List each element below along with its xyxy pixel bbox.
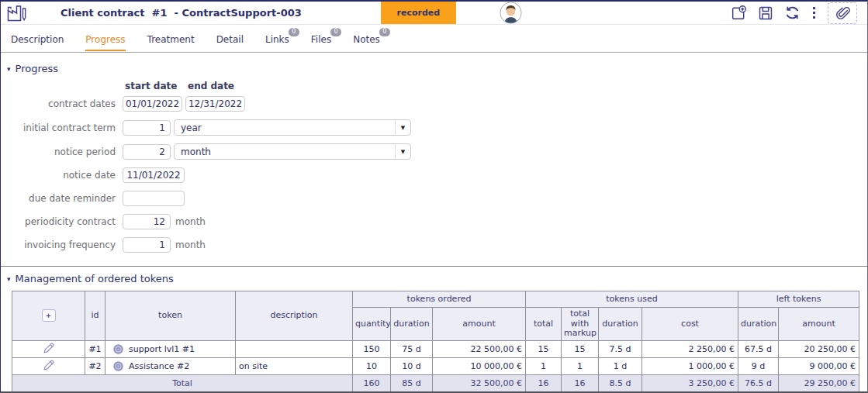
- add-token-button[interactable]: +: [42, 309, 56, 322]
- col-header-duration-ordered: duration: [391, 308, 433, 341]
- contract-end-date-field[interactable]: [185, 96, 245, 112]
- add-document-icon[interactable]: [731, 5, 747, 21]
- tokens-section-header[interactable]: ▾ Management of ordered tokens: [7, 273, 867, 284]
- token-cost: 2 250,00 €: [642, 340, 738, 357]
- user-avatar: [500, 2, 522, 24]
- col-header-amount-left: amount: [779, 308, 859, 341]
- initial-contract-term-row: initial contract term year ▼: [1, 119, 867, 136]
- due-date-reminder-label: due date reminder: [1, 193, 116, 204]
- progress-form: start date end date contract dates initi…: [1, 81, 867, 253]
- tokens-table: + id token description tokens ordered to…: [12, 291, 859, 392]
- tab-files[interactable]: Files0: [311, 34, 331, 50]
- start-date-header: start date: [125, 81, 188, 91]
- totals-row: Total 160 85 d 32 500,00 € 16 16 8.5 d 3…: [12, 374, 859, 391]
- page-title: Client contract #1 - ContractSupport-003: [61, 7, 302, 19]
- total-label: Total: [12, 374, 353, 391]
- invoicing-frequency-field[interactable]: [123, 237, 171, 253]
- periodicity-contract-field[interactable]: [123, 214, 171, 229]
- token-duration-ordered: 10 d: [391, 357, 433, 374]
- token-duration-left: 67.5 d: [738, 340, 779, 357]
- attachment-dropzone[interactable]: [828, 2, 857, 24]
- tab-detail[interactable]: Detail: [216, 34, 244, 50]
- status-badge: recorded: [381, 2, 456, 24]
- dropdown-arrow-icon: ▼: [395, 144, 410, 159]
- initial-contract-term-unit-select[interactable]: year ▼: [174, 119, 411, 136]
- token-id: #1: [85, 340, 105, 357]
- tab-treatment[interactable]: Treatment: [147, 34, 195, 50]
- tab-links-count-badge: 0: [289, 28, 299, 36]
- token-id: #2: [85, 357, 105, 374]
- invoicing-frequency-label: invoicing frequency: [1, 240, 116, 250]
- refresh-icon[interactable]: [784, 5, 801, 21]
- contract-factory-icon: [6, 3, 29, 23]
- due-date-reminder-field[interactable]: [123, 191, 185, 206]
- progress-section-header[interactable]: ▾ Progress: [7, 63, 867, 74]
- edit-pencil-icon[interactable]: [43, 359, 55, 371]
- tab-files-count-badge: 0: [330, 28, 341, 36]
- token-quantity: 150: [353, 340, 391, 357]
- group-header-left-tokens: left tokens: [738, 291, 859, 308]
- token-name: support lvl1 #1: [129, 344, 195, 354]
- col-header-quantity: quantity: [353, 308, 391, 341]
- tab-bar: Description Progress Treatment Detail Li…: [1, 25, 867, 53]
- token-total-with-markup: 1: [562, 357, 599, 374]
- token-duration-used: 7.5 d: [599, 340, 642, 357]
- token-name: Assistance #2: [129, 361, 189, 371]
- tab-description[interactable]: Description: [11, 34, 64, 50]
- token-cost: 1 000,00 €: [642, 357, 738, 374]
- total-quantity: 160: [353, 374, 391, 391]
- date-column-headers: start date end date: [1, 81, 867, 91]
- collapse-triangle-icon: ▾: [7, 275, 11, 283]
- token-total-used: 15: [526, 340, 562, 357]
- notice-period-unit-select[interactable]: month ▼: [174, 143, 411, 160]
- periodicity-contract-unit: month: [175, 216, 206, 227]
- token-description: [236, 340, 353, 357]
- contract-start-date-field[interactable]: [123, 96, 182, 112]
- invoicing-frequency-unit: month: [175, 240, 206, 250]
- collapse-triangle-icon: ▾: [7, 65, 11, 73]
- group-header-tokens-ordered: tokens ordered: [353, 291, 526, 308]
- periodicity-contract-label: periodicity contract: [1, 216, 116, 227]
- dropdown-arrow-icon: ▼: [395, 120, 410, 135]
- total-duration-left: 76.5 d: [738, 374, 779, 391]
- contract-dates-row: contract dates: [1, 96, 867, 112]
- periodicity-contract-row: periodicity contract month: [1, 214, 867, 229]
- token-row-2: #2 Assistance #2 on site 10 10 d 10 000,…: [12, 357, 859, 374]
- token-amount-ordered: 22 500,00 €: [433, 340, 526, 357]
- tab-notes[interactable]: Notes0: [353, 34, 380, 50]
- edit-pencil-icon[interactable]: [43, 342, 55, 354]
- section-divider: [1, 266, 867, 267]
- tab-progress[interactable]: Progress: [85, 34, 125, 51]
- token-total-with-markup: 15: [562, 340, 599, 357]
- col-header-description: description: [236, 291, 353, 341]
- notice-date-field[interactable]: [123, 167, 185, 183]
- initial-contract-term-field[interactable]: [123, 120, 171, 136]
- col-header-duration-left: duration: [738, 308, 779, 341]
- col-header-id: id: [85, 291, 105, 341]
- notice-period-label: notice period: [1, 147, 116, 157]
- initial-contract-term-label: initial contract term: [1, 122, 116, 133]
- total-used: 16: [526, 374, 562, 391]
- due-date-reminder-row: due date reminder: [1, 191, 867, 206]
- token-amount-ordered: 10 000,00 €: [433, 357, 526, 374]
- tab-links[interactable]: Links0: [265, 34, 289, 50]
- total-duration-ordered: 85 d: [391, 374, 433, 391]
- save-icon[interactable]: [758, 5, 773, 21]
- more-menu-icon[interactable]: [811, 7, 818, 19]
- notice-date-label: notice date: [1, 170, 116, 181]
- col-header-cost: cost: [642, 308, 738, 341]
- total-with-markup: 16: [562, 374, 599, 391]
- tab-notes-count-badge: 0: [379, 28, 390, 36]
- top-bar: Client contract #1 - ContractSupport-003…: [1, 2, 867, 25]
- col-header-token: token: [105, 291, 236, 341]
- token-duration-left: 9 d: [738, 357, 779, 374]
- notice-period-field[interactable]: [123, 144, 171, 160]
- total-amount-left: 29 250,00 €: [779, 374, 859, 391]
- token-duration-used: 1 d: [599, 357, 642, 374]
- contract-dates-label: contract dates: [1, 98, 116, 109]
- col-header-duration-used: duration: [599, 308, 642, 341]
- total-duration-used: 8.5 d: [599, 374, 642, 391]
- group-header-tokens-used: tokens used: [526, 291, 738, 308]
- end-date-header: end date: [188, 81, 251, 91]
- token-amount-left: 9 000,00 €: [779, 357, 859, 374]
